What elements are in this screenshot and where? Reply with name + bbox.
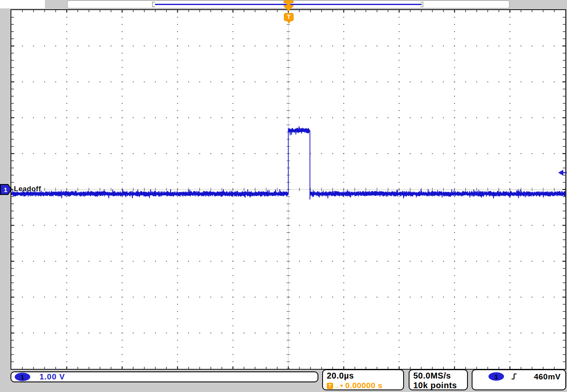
trigger-position-badge: T xyxy=(284,13,294,21)
timebase-readout: 20.0µs T → ▼ 0.00000 s xyxy=(322,369,404,390)
record-window-bracket-left xyxy=(152,2,155,7)
ch1-scale-value: 1.00 V xyxy=(39,372,65,381)
arrow-right-icon: → xyxy=(333,383,339,389)
record-length-value: 10k points xyxy=(413,381,467,390)
rising-edge-icon xyxy=(511,373,518,380)
trigger-source-badge: 1 xyxy=(488,372,504,381)
trigger-position-icon: ▼ xyxy=(339,383,344,389)
trigger-position-badge-tail xyxy=(287,21,291,24)
svg-text:1: 1 xyxy=(4,186,7,193)
trigger-source-number: 1 xyxy=(494,373,498,380)
trigger-t-icon: T xyxy=(327,383,333,389)
graticule: Leadoff T xyxy=(10,9,566,370)
ch1-position-marker: 1 xyxy=(0,184,12,195)
trigger-level-marker-icon xyxy=(558,169,567,176)
sample-rate-value: 50.0MS/s xyxy=(413,371,467,381)
trigger-level-value: 460mV xyxy=(534,372,561,381)
ch1-trace xyxy=(11,10,565,369)
oscilloscope-screen: { "colors": { "ch1_blue": "#1414cc", "re… xyxy=(0,0,567,392)
trigger-readout: 1 460mV xyxy=(472,369,566,390)
ch1-scale-readout: 1 1.00 V xyxy=(10,371,318,382)
trigger-time-value: 0.00000 s xyxy=(345,381,383,390)
ch1-badge: 1 xyxy=(15,373,30,381)
trigger-position-marker-icon xyxy=(282,0,295,12)
acquisition-readout: 50.0MS/s 10k points xyxy=(409,369,468,390)
record-window-bracket-right xyxy=(420,2,423,7)
top-bar-left-blank xyxy=(0,0,45,8)
timebase-scale-value: 20.0µs xyxy=(327,371,403,380)
ch1-badge-number: 1 xyxy=(21,374,24,381)
